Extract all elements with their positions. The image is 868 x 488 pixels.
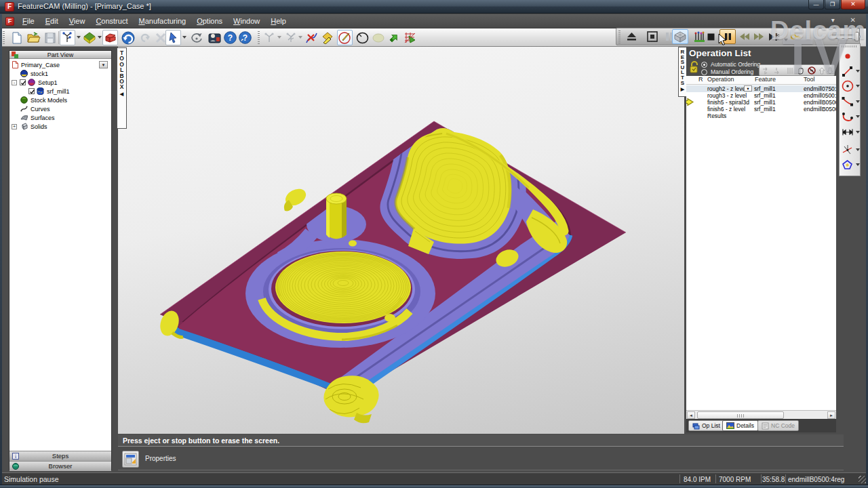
menu-help[interactable]: Help (265, 15, 292, 28)
line-dropdown-icon[interactable] (856, 70, 860, 73)
operation-row-rough2[interactable]: rough2 - z level ▼ srf_mill1 endmill0750… (686, 85, 836, 92)
trim-dropdown-icon[interactable] (856, 148, 860, 151)
solid-3d-view-icon[interactable] (672, 29, 688, 44)
mdi-document-icon[interactable]: F (5, 17, 14, 26)
expand-icon[interactable]: + (12, 124, 17, 129)
menu-edit[interactable]: Edit (40, 15, 64, 28)
axes-dropdown-icon[interactable] (98, 36, 102, 39)
mesh-icon[interactable] (402, 30, 418, 45)
reorder-down-op-icon[interactable] (772, 66, 782, 75)
operation-row-finish6[interactable]: finish6 - z level srf_mill1 endmillB0500… (686, 106, 836, 113)
next-op-icon[interactable] (751, 29, 767, 44)
circle-icon[interactable] (840, 79, 854, 93)
menu-construct[interactable]: Construct (90, 15, 133, 28)
curve-edit-icon[interactable] (304, 30, 319, 45)
key-icon[interactable] (787, 29, 804, 44)
eject-icon[interactable] (623, 29, 639, 44)
import-icon[interactable] (386, 30, 401, 45)
select-dropdown-icon[interactable] (182, 36, 186, 39)
operation-hscrollbar[interactable]: ◄ ► (686, 410, 836, 419)
scroll-left-icon[interactable]: ◄ (687, 411, 695, 419)
fillet-icon[interactable] (840, 95, 854, 108)
context-help-icon[interactable]: ? (237, 30, 253, 45)
tab-details[interactable]: Details (722, 420, 758, 431)
line-icon[interactable] (840, 64, 854, 78)
operation-row-rough3[interactable]: rough3 - z level srf_mill1 endmill0500:r… (686, 92, 836, 99)
toolpath-dropdown-icon[interactable] (277, 36, 281, 39)
simbar-grip[interactable] (618, 30, 620, 43)
open-folder-icon[interactable] (26, 30, 41, 45)
hand-icon[interactable] (795, 66, 805, 75)
tab-op-list[interactable]: Op List (688, 420, 724, 431)
tree-item-primary-case[interactable]: Primary_Case ▼ (9, 61, 111, 69)
steps-button[interactable]: i Steps (9, 451, 111, 461)
steps-dropdown-icon[interactable] (77, 36, 81, 39)
menu-window[interactable]: Window (228, 15, 265, 28)
tree-item-srf-mill1[interactable]: srf_mill1 (9, 87, 111, 96)
point-icon[interactable] (840, 49, 854, 63)
part-combo-dropdown[interactable]: ▼ (99, 61, 108, 68)
operation-row-finish5[interactable]: finish5 - spiral3d srf_mill1 endmillB050… (686, 99, 836, 106)
steps-wizard-icon[interactable] (60, 30, 75, 45)
automatic-ordering-radio[interactable] (701, 62, 707, 68)
sketch-icon[interactable] (319, 30, 335, 45)
toolbar-grip[interactable] (3, 31, 5, 44)
menu-options[interactable]: Options (191, 15, 228, 28)
polygon-icon[interactable] (840, 158, 854, 171)
tree-item-stock1[interactable]: stock1 (9, 70, 111, 78)
operation-row-results[interactable]: Results (686, 113, 836, 119)
toolpath-gray-icon[interactable] (262, 30, 277, 45)
no-entry-icon[interactable] (807, 66, 816, 75)
play-to-next-op-icon[interactable] (766, 29, 782, 44)
ellipse-icon[interactable] (355, 30, 370, 45)
tree-item-curves[interactable]: Curves (9, 105, 111, 113)
menu-view[interactable]: View (64, 15, 91, 28)
polygon-dropdown-icon[interactable] (856, 163, 860, 166)
machine-frame-icon[interactable] (644, 29, 660, 44)
arc-icon[interactable] (840, 110, 854, 123)
mdi-window-buttons[interactable]: ▾ ✕ (831, 16, 863, 24)
dimension-dropdown-icon[interactable] (856, 131, 860, 134)
redo-icon[interactable] (137, 30, 153, 45)
surface-blob-icon[interactable] (370, 30, 386, 45)
tree-item-stock-models[interactable]: Stock Models (9, 96, 111, 104)
maximize-button[interactable]: ❐ (825, 0, 840, 9)
browser-button[interactable]: Browser (9, 461, 111, 471)
speed-slider-thumb[interactable] (854, 32, 859, 41)
tree-item-setup1[interactable]: - Setup1 (9, 79, 111, 87)
move-down-icon[interactable] (825, 66, 835, 75)
fillet-dropdown-icon[interactable] (856, 100, 860, 103)
new-document-icon[interactable] (9, 30, 24, 45)
trim-icon[interactable] (840, 143, 854, 157)
bars-icon[interactable] (785, 66, 794, 75)
menu-file[interactable]: File (17, 15, 40, 28)
circle-dropdown-icon[interactable] (856, 85, 860, 87)
tree-item-solids[interactable]: + Solids (9, 123, 111, 131)
capture-icon[interactable] (207, 30, 222, 45)
stop-icon[interactable] (703, 29, 719, 44)
manual-ordering-radio[interactable] (701, 69, 707, 75)
geometry-toolbar-grip[interactable] (842, 45, 858, 47)
scroll-right-icon[interactable]: ► (827, 411, 835, 419)
menu-manufacturing[interactable]: Manufacturing (133, 15, 191, 28)
toolpath-gray2-icon[interactable] (283, 30, 298, 45)
stock-block-icon[interactable] (102, 30, 118, 45)
stock-axes-icon[interactable] (81, 30, 97, 45)
toolbox-tab[interactable]: TOOLBOX ◀ (117, 47, 127, 129)
toolbar-grip-2[interactable] (258, 31, 260, 44)
arc-dropdown-icon[interactable] (856, 115, 860, 118)
feature-circle-icon[interactable] (337, 30, 353, 45)
save-icon[interactable] (42, 30, 58, 45)
scroll-thumb[interactable] (697, 411, 784, 419)
help-icon[interactable]: ? (222, 30, 238, 45)
viewport-3d[interactable]: TOOLBOX ◀ (118, 47, 684, 434)
properties-button[interactable] (122, 451, 139, 468)
collapse-icon[interactable]: - (12, 80, 17, 85)
operation-dropdown[interactable]: ▼ (744, 85, 752, 92)
resize-grip[interactable] (859, 476, 866, 483)
minimize-button[interactable]: — (808, 0, 824, 9)
toolpath2-dropdown-icon[interactable] (298, 36, 302, 39)
rotate-view-icon[interactable] (189, 30, 204, 45)
tab-nc-code[interactable]: NC Code (757, 420, 799, 431)
tree-item-surfaces[interactable]: Surfaces (9, 114, 111, 122)
